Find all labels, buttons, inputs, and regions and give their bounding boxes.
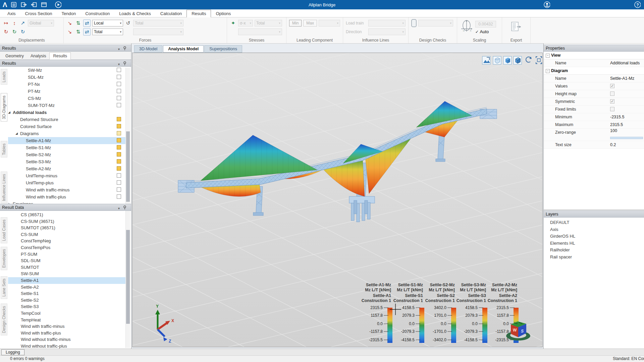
menu-tab-cross-section[interactable]: Cross Section <box>20 10 57 17</box>
tree-item-pt-mz[interactable]: PT-Mz <box>8 88 125 95</box>
side-tab-lane-sets[interactable]: Lane Sets <box>1 276 7 299</box>
design-check-combo[interactable]: ▾ <box>418 20 453 26</box>
side-tab-loads[interactable]: Loads <box>1 69 7 85</box>
collapse-group-icon[interactable]: − <box>546 54 550 58</box>
force-shear2-icon[interactable]: ↘ <box>66 28 73 35</box>
menu-tab-options[interactable]: Options <box>211 10 235 17</box>
property-checkbox[interactable]: ✓ <box>610 99 614 104</box>
side-tab-design-checks[interactable]: Design Checks <box>1 304 7 336</box>
import-file-icon[interactable] <box>31 1 37 8</box>
menu-tab-construction[interactable]: Construction <box>80 10 114 17</box>
stress-result-combo[interactable]: ▾ <box>238 28 282 35</box>
tree-item-wind-with-traffic-plus[interactable]: Wind with traffic-plus <box>8 193 125 200</box>
layer-item-axis[interactable]: Axis <box>544 226 644 233</box>
side-tab-3d-diagrams[interactable]: 3D-Diagrams <box>1 93 7 122</box>
viewport-tab-analysis-model[interactable]: Analysis Model <box>163 45 204 53</box>
result-data-item-sumtot-36571-[interactable]: SUMTOT (36571) <box>8 225 125 231</box>
property-value[interactable]: -2315.5 <box>610 113 624 121</box>
results-panel-header[interactable]: Results ▾ <box>0 45 131 52</box>
rotation-z-icon[interactable]: ↻ <box>19 28 26 35</box>
tree-item-colored-surface[interactable]: Colored Surface <box>8 123 125 130</box>
result-data-item-pt-sum[interactable]: PT-SUM <box>8 251 125 258</box>
force-shear-icon[interactable]: ↘ <box>66 20 73 26</box>
result-data-item-tempheat[interactable]: TempHeat <box>8 317 125 323</box>
tree-item-sw-mz[interactable]: SW-Mz <box>8 67 125 74</box>
side-tab-load-cases[interactable]: Load Cases <box>1 217 7 243</box>
stress-total-combo[interactable]: Total▾ <box>255 20 282 26</box>
tree-item-sum-tot-mz[interactable]: SUM-TOT-Mz <box>8 102 125 109</box>
result-data-item-settle-s2[interactable]: Settle-S2 <box>8 297 125 304</box>
property-value[interactable]: Settle-A1-Mz <box>610 75 634 82</box>
property-value[interactable]: 100 <box>610 127 617 134</box>
pin-icon[interactable] <box>123 205 126 212</box>
menu-tab-axis[interactable]: Axis <box>3 10 20 17</box>
zero-range-slider[interactable] <box>610 137 643 139</box>
forces-total-combo[interactable]: Total▾ <box>92 28 123 35</box>
visibility-checkbox[interactable] <box>117 145 121 149</box>
tree-item-uniftemp-minus[interactable]: UnifTemp-minus <box>8 172 125 179</box>
forces-system-combo[interactable]: Local▾ <box>92 20 123 26</box>
property-value[interactable]: 0.2 <box>610 141 616 148</box>
menu-tab-calculation[interactable]: Calculation <box>156 10 186 17</box>
panel-tab-analysis[interactable]: Analysis <box>27 53 50 59</box>
visibility-checkbox[interactable] <box>117 138 121 142</box>
tree-item-sdl-mz[interactable]: SDL-Mz <box>8 74 125 81</box>
result-data-item-wind-with-traffic-minus[interactable]: Wind with traffic-minus <box>8 323 125 330</box>
visibility-checkbox[interactable] <box>117 124 121 128</box>
viewport-tab-superpositions[interactable]: Superpositions <box>204 45 242 53</box>
menu-tab-results[interactable]: Results <box>186 10 211 17</box>
panel-tab-results[interactable]: Results <box>49 52 71 60</box>
min-button[interactable]: Min <box>289 20 302 26</box>
tree-item-deformed-structure[interactable]: Deformed Structure <box>8 116 125 123</box>
displacement-system-combo[interactable]: Global▾ <box>28 20 54 26</box>
result-data-item-settle-a2[interactable]: Settle-A2 <box>8 284 125 291</box>
property-value[interactable]: Additional loads <box>610 59 640 67</box>
rotation-x-icon[interactable]: ↻ <box>3 28 9 35</box>
document-icon[interactable] <box>10 1 17 8</box>
user-account-icon[interactable] <box>543 1 550 8</box>
result-data-item-settle-a1[interactable]: Settle-A1 <box>8 277 125 284</box>
result-data-header[interactable]: Result Data ▾ <box>0 204 131 211</box>
force-moment2-icon[interactable]: ⇄ <box>83 28 91 36</box>
layer-item-default[interactable]: DEFAULT <box>544 219 644 226</box>
direction-combo[interactable]: ▾ <box>368 28 406 35</box>
property-checkbox[interactable] <box>610 107 614 111</box>
design-check-icon[interactable] <box>411 19 417 27</box>
panel-tab-geometry[interactable]: Geometry <box>2 53 27 59</box>
shaded-cube-icon[interactable] <box>514 56 522 64</box>
displacement-y-icon[interactable]: ↕ <box>11 20 18 26</box>
visibility-checkbox[interactable] <box>117 152 121 157</box>
layer-item-rail-spacer[interactable]: Rail spacer <box>544 254 644 261</box>
window-icon[interactable] <box>41 1 47 8</box>
result-data-item-consttempneg[interactable]: ConstTempNeg <box>8 238 125 244</box>
results-subheader[interactable]: Results ▾ <box>0 60 131 67</box>
collapse-group-icon[interactable]: − <box>546 69 550 73</box>
solid-cube-icon[interactable] <box>503 56 512 64</box>
result-data-item-wind-without-traffic-minus[interactable]: Wind without traffic-minus <box>8 336 125 343</box>
forces-result2-combo[interactable]: ▾ <box>133 28 183 35</box>
3d-viewport[interactable]: Settle-A1-MzMz L/T [kNm]Settle-A1Constru… <box>132 53 543 347</box>
menu-tab-tendon[interactable]: Tendon <box>57 10 80 17</box>
tree-item-settle-s1-mz[interactable]: Settle-S1-Mz <box>8 144 125 151</box>
rotation-y-icon[interactable]: ↻ <box>11 28 18 35</box>
logging-tab[interactable]: Logging <box>1 349 24 355</box>
tree-item-additional-loads[interactable]: ◢Additional loads <box>8 109 125 116</box>
visibility-checkbox[interactable] <box>117 103 121 107</box>
forces-result-combo[interactable]: Total▾ <box>133 20 183 26</box>
result-data-item-cs-sum-36571-[interactable]: CS-SUM (36571) <box>8 218 125 225</box>
visibility-checkbox[interactable] <box>117 96 121 100</box>
stress-star-icon[interactable]: ✦ <box>230 20 236 26</box>
visibility-checkbox[interactable] <box>117 187 121 192</box>
result-data-item-sw-sum[interactable]: SW-SUM <box>8 270 125 277</box>
tree-item-settle-s3-mz[interactable]: Settle-S3-Mz <box>8 158 125 165</box>
tree-item-diagrams[interactable]: ◢Diagrams <box>8 130 125 137</box>
layer-item-railholder[interactable]: Railholder <box>544 247 644 254</box>
force-axial-icon[interactable]: ⇅ <box>75 20 82 26</box>
result-data-item-tempcool[interactable]: TempCool <box>8 310 125 317</box>
tree-item-settle-a1-mz[interactable]: Settle-A1-Mz <box>8 137 125 144</box>
visibility-checkbox[interactable] <box>117 75 121 79</box>
tree-item-uniftemp-plus[interactable]: UnifTemp-plus <box>8 179 125 186</box>
visibility-checkbox[interactable] <box>117 166 121 171</box>
visibility-checkbox[interactable] <box>117 131 121 135</box>
visibility-checkbox[interactable] <box>117 159 121 164</box>
